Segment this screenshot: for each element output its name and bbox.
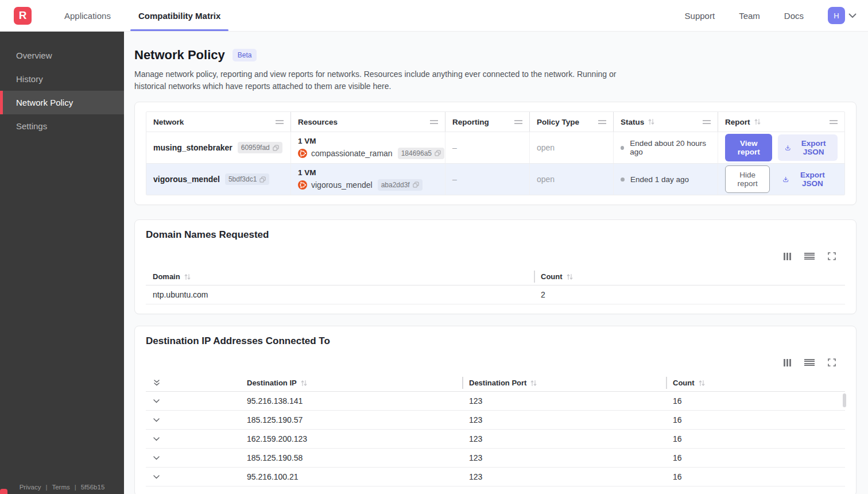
hide-report-button[interactable]: Hide report bbox=[725, 165, 770, 193]
user-avatar[interactable]: H bbox=[828, 7, 845, 24]
row-expand-chevron-icon[interactable] bbox=[146, 418, 240, 422]
domain-names-card: Domain Names Requested Domain Count bbox=[134, 219, 857, 314]
sort-icon[interactable] bbox=[530, 380, 537, 387]
copy-icon[interactable] bbox=[259, 176, 266, 183]
column-header-report[interactable]: Report bbox=[718, 112, 844, 132]
count-value: 2 bbox=[534, 290, 845, 299]
sidebar-item-network-policy[interactable]: Network Policy bbox=[0, 91, 124, 114]
card-toolbar bbox=[146, 252, 836, 260]
row-expand-chevron-icon[interactable] bbox=[146, 456, 240, 460]
row-expand-chevron-icon[interactable] bbox=[146, 475, 240, 479]
column-resize-icon[interactable] bbox=[598, 120, 606, 124]
columns-icon[interactable] bbox=[784, 253, 792, 260]
sort-icon[interactable] bbox=[301, 380, 307, 387]
column-header-network[interactable]: Network bbox=[146, 112, 291, 132]
copy-icon[interactable] bbox=[413, 182, 419, 188]
column-header-policy-type[interactable]: Policy Type bbox=[530, 112, 614, 132]
network-row-vigorous-mendel[interactable]: vigorous_mendel 5bdf3dc1 1 VM vigorous_m… bbox=[146, 163, 844, 195]
sidebar-item-history[interactable]: History bbox=[0, 67, 124, 91]
nav-link-docs[interactable]: Docs bbox=[784, 11, 804, 21]
column-header-resources[interactable]: Resources bbox=[291, 112, 445, 132]
destination-ip-value: 162.159.200.123 bbox=[240, 434, 462, 443]
column-header-count[interactable]: Count bbox=[666, 375, 845, 391]
column-resize-icon[interactable] bbox=[514, 120, 522, 124]
networks-table: Network Resources Reporting Policy Type … bbox=[146, 111, 845, 195]
app-logo[interactable]: R bbox=[14, 7, 32, 25]
terms-link[interactable]: Terms bbox=[52, 484, 69, 491]
export-json-button[interactable]: Export JSON bbox=[778, 134, 838, 161]
copy-icon[interactable] bbox=[273, 145, 279, 151]
count-value: 16 bbox=[666, 472, 845, 481]
nav-link-support[interactable]: Support bbox=[685, 11, 715, 21]
nav-tab-applications[interactable]: Applications bbox=[51, 0, 125, 31]
column-resize-icon[interactable] bbox=[830, 120, 838, 124]
resource-id-badge: 184696a5 bbox=[398, 148, 444, 159]
destination-row[interactable]: 162.159.200.123 123 16 bbox=[146, 430, 845, 449]
destination-row[interactable]: 185.125.190.58 123 16 bbox=[146, 449, 845, 468]
domain-row[interactable]: ntp.ubuntu.com 2 bbox=[146, 285, 845, 304]
column-header-status[interactable]: Status bbox=[614, 112, 718, 132]
nav-link-team[interactable]: Team bbox=[739, 11, 760, 21]
destinations-table-header: Destination IP Destination Port Count bbox=[146, 375, 845, 392]
count-value: 16 bbox=[666, 415, 845, 424]
sidebar-footer: Privacy|Terms|5f56b15 bbox=[0, 484, 124, 491]
resource-summary: 1 VM bbox=[298, 168, 423, 177]
resource-name: vigorous_mendel bbox=[311, 180, 373, 190]
user-menu-chevron-icon[interactable] bbox=[848, 13, 857, 18]
ubuntu-icon bbox=[298, 149, 307, 158]
row-expand-chevron-icon[interactable] bbox=[146, 399, 240, 403]
column-header-destination-ip[interactable]: Destination IP bbox=[240, 375, 462, 391]
nav-tab-compatibility-matrix[interactable]: Compatibility Matrix bbox=[125, 0, 234, 31]
reporting-value: – bbox=[445, 132, 530, 163]
row-expand-chevron-icon[interactable] bbox=[146, 437, 240, 441]
rows-icon[interactable] bbox=[804, 359, 815, 366]
network-name: vigorous_mendel bbox=[153, 175, 220, 184]
sidebar-item-overview[interactable]: Overview bbox=[0, 44, 124, 67]
network-id-badge: 5bdf3dc1 bbox=[225, 173, 269, 185]
sidebar-item-settings[interactable]: Settings bbox=[0, 114, 124, 138]
view-report-button[interactable]: View report bbox=[725, 134, 772, 161]
expand-all-rows-button[interactable] bbox=[146, 375, 240, 391]
destination-row[interactable]: 95.216.138.141 123 16 bbox=[146, 392, 845, 411]
column-resize-icon[interactable] bbox=[703, 120, 711, 124]
expand-icon[interactable] bbox=[828, 252, 836, 260]
count-value: 16 bbox=[666, 396, 845, 406]
column-header-domain[interactable]: Domain bbox=[146, 268, 534, 285]
network-row-musing-stonebraker[interactable]: musing_stonebraker 60959fad 1 VM compass… bbox=[146, 132, 844, 163]
privacy-link[interactable]: Privacy bbox=[20, 484, 41, 491]
export-json-button[interactable]: Export JSON bbox=[776, 166, 838, 192]
column-header-reporting[interactable]: Reporting bbox=[445, 112, 530, 132]
column-resize-icon[interactable] bbox=[276, 120, 284, 124]
destination-port-value: 123 bbox=[462, 472, 666, 481]
destination-row[interactable]: 95.216.100.21 123 16 bbox=[146, 468, 845, 487]
resource-summary: 1 VM bbox=[298, 137, 444, 145]
sort-icon[interactable] bbox=[648, 118, 654, 125]
network-id-badge: 60959fad bbox=[238, 142, 282, 153]
download-icon bbox=[785, 144, 791, 152]
sort-icon[interactable] bbox=[567, 273, 573, 280]
destination-row[interactable]: 185.125.190.57 123 16 bbox=[146, 411, 845, 430]
table-scrollbar[interactable] bbox=[843, 393, 846, 407]
destination-ip-value: 95.216.100.21 bbox=[240, 472, 462, 481]
policy-type-value: open bbox=[530, 132, 614, 163]
sort-icon[interactable] bbox=[754, 118, 761, 125]
copy-icon[interactable] bbox=[435, 150, 441, 156]
columns-icon[interactable] bbox=[784, 359, 792, 366]
status-dot-icon bbox=[621, 146, 624, 150]
rows-icon[interactable] bbox=[804, 253, 815, 260]
column-resize-icon[interactable] bbox=[430, 120, 438, 124]
column-header-destination-port[interactable]: Destination Port bbox=[462, 375, 666, 391]
expand-icon[interactable] bbox=[828, 358, 836, 366]
destination-port-value: 123 bbox=[462, 415, 666, 424]
download-icon bbox=[782, 175, 789, 184]
card-title: Destination IP Addresses Connected To bbox=[146, 335, 845, 347]
destination-ip-value: 95.216.138.141 bbox=[240, 396, 462, 406]
column-header-count[interactable]: Count bbox=[534, 268, 845, 285]
domain-value: ntp.ubuntu.com bbox=[146, 290, 534, 299]
sort-icon[interactable] bbox=[699, 380, 705, 387]
destination-port-value: 123 bbox=[462, 396, 666, 406]
status-text: Ended 1 day ago bbox=[630, 175, 689, 184]
ubuntu-icon bbox=[298, 180, 307, 190]
sort-icon[interactable] bbox=[184, 273, 191, 280]
reporting-value: – bbox=[445, 164, 530, 195]
